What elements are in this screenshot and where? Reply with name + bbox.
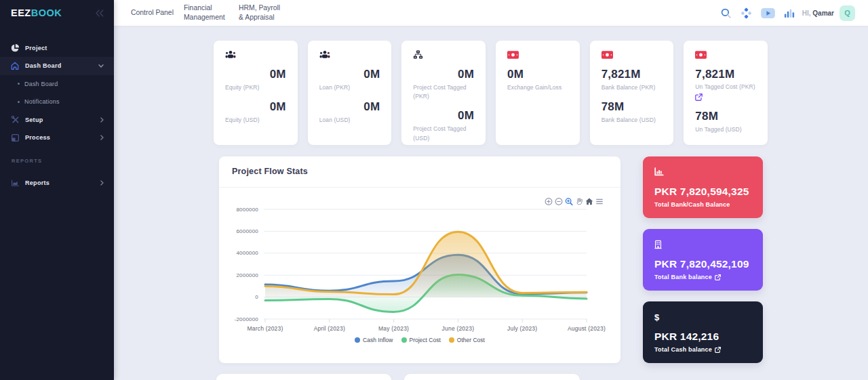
sidebar-subitem-label: Notifications [24,98,60,105]
sitemap-icon [413,49,474,60]
legend-label: Other Cost [457,337,485,343]
stat-value: 78M [601,101,663,112]
avatar[interactable]: Q [840,5,855,21]
topbar-tabs: Control Panel Financial Management HRM, … [131,3,283,22]
apps-diamond-icon[interactable] [741,7,752,19]
stat-value: 0M [319,101,380,112]
y-axis-label: -2000000 [219,316,258,322]
sidebar-subitem-label: Dash Board [24,81,58,87]
legend-marker-icon [401,337,407,343]
stat-value: 0M [413,110,474,121]
tab-control-panel[interactable]: Control Panel [131,8,174,18]
sidebar-item-label: Dash Board [25,62,62,69]
money-bill-icon [507,49,568,60]
stat-value: 0M [319,68,380,80]
logo-text-primary: EEZ [11,7,31,18]
x-axis-label: April (2023) [298,325,361,332]
legend-item-project-cost[interactable]: Project Cost [401,337,441,343]
x-axis-label: June (2023) [426,325,490,332]
money-bill-icon [601,49,663,60]
stat-value: 0M [225,101,286,112]
sidebar-section-label: REPORTS [0,147,114,165]
bottom-card-left [216,374,391,380]
legend-item-other-cost[interactable]: Other Cost [449,337,485,343]
sidebar-item-dashboard[interactable]: Dash Board [0,57,114,75]
chevron-right-icon [100,135,104,140]
external-link-icon[interactable] [715,274,721,280]
sidebar-subitem-dashboard[interactable]: Dash Board [0,75,114,93]
app-logo[interactable]: EEZBOOK [11,7,62,18]
external-link-icon[interactable] [695,93,703,101]
logo-text-accent: BOOK [31,7,62,18]
bullet-dot-icon [18,83,20,85]
sidebar-collapse-button[interactable] [95,9,104,17]
sidebar-subitem-notifications[interactable]: Notifications [0,93,114,111]
stat-value: 0M [413,68,474,80]
stat-value: 7,821M [695,68,756,80]
stat-label: Loan (USD) [319,116,380,125]
user-greeting: HI, Qamar [802,9,834,17]
topbar: Control Panel Financial Management HRM, … [114,0,868,26]
stat-value: 7,821M [601,68,663,80]
kpi-column: PKR 7,820,594,325 Total Bank/Cash Balanc… [643,156,763,363]
stat-label: Project Cost Tagged (PKR) [413,83,474,101]
kpi-label: Total Bank/Cash Balance [654,201,751,208]
legend-item-cash-inflow[interactable]: Cash Inflow [355,337,393,343]
tab-financial-management[interactable]: Financial Management [184,3,229,22]
topbar-actions: HI, Qamar Q [720,5,855,21]
external-link-icon[interactable] [715,347,721,353]
bottom-card-right [404,374,580,380]
kpi-label-text: Total Bank/Cash Balance [654,201,730,208]
pie-chart-icon [10,43,20,54]
stat-label: Equity (USD) [225,116,286,125]
process-grid-icon [10,132,20,143]
sidebar-item-reports[interactable]: Reports [0,174,114,192]
y-axis-label: 6000000 [219,228,258,234]
sidebar-item-project[interactable]: Project [0,39,114,58]
stat-label: Project Cost Tagged (USD) [413,125,474,142]
y-axis-label: 0 [219,294,258,300]
stat-value: 78M [695,110,756,122]
y-axis-label: 2000000 [219,272,258,278]
stats-bars-icon[interactable] [784,8,795,18]
stat-card-loan: 0M Loan (PKR) 0M Loan (USD) [308,41,392,145]
kpi-value: PKR 7,820,452,109 [654,258,751,270]
app-root: EEZBOOK Project Dash Board [0,0,868,380]
bullet-dot-icon [18,101,20,103]
main-area: Control Panel Financial Management HRM, … [114,0,868,380]
chart-legend: Cash InflowProject CostOther Cost [219,337,620,343]
chart-column-icon [654,167,751,177]
stat-label: Un Tagged (USD) [695,125,756,134]
legend-label: Cash Inflow [363,337,393,343]
stat-label: Equity (PKR) [225,83,286,92]
kpi-label-text: Total Bank balance [654,274,712,280]
dollar-glyph: $ [654,312,659,322]
greeting-name: Qamar [812,9,834,17]
tab-hrm-payroll-appraisal[interactable]: HRM, Payroll & Appraisal [239,3,283,22]
kpi-card-total-cash-balance[interactable]: $ PKR 142,216 Total Cash balance [643,301,763,363]
double-chevron-left-icon [95,9,104,17]
stat-card-exchange-gain-loss: 0M Exchange Gain/Loss [496,41,580,145]
search-icon[interactable] [720,7,732,19]
stat-cards-row: 0M Equity (PKR) 0M Equity (USD) 0M Loan … [214,41,768,145]
sidebar-item-label: Process [25,134,50,141]
legend-marker-icon [355,337,360,343]
project-flow-chart[interactable] [219,156,620,363]
stat-card-bank-balance: 7,821M Bank Balance (PKR) 78M Bank Balan… [590,41,674,145]
y-axis-label: 8000000 [219,207,258,213]
stat-value: 0M [507,68,568,80]
sidebar-item-process[interactable]: Process [0,129,114,147]
play-button-icon[interactable] [761,8,775,18]
stat-card-project-cost-tagged: 0M Project Cost Tagged (PKR) 0M Project … [401,41,486,145]
home-icon [10,60,20,71]
y-axis-label: 4000000 [219,250,258,256]
kpi-label: Total Cash balance [654,346,751,353]
sidebar-item-setup[interactable]: Setup [0,111,114,129]
kpi-card-total-bank-balance[interactable]: PKR 7,820,452,109 Total Bank balance [643,229,763,291]
kpi-label: Total Bank balance [654,274,751,280]
kpi-card-total-bank-cash-balance[interactable]: PKR 7,820,594,325 Total Bank/Cash Balanc… [643,156,763,218]
middle-row: Project Flow Stats [214,156,768,363]
sidebar-item-label: Reports [25,180,50,186]
stat-label: Un Tagged Cost (PKR) [695,83,756,91]
sidebar-header: EEZBOOK [0,0,114,26]
